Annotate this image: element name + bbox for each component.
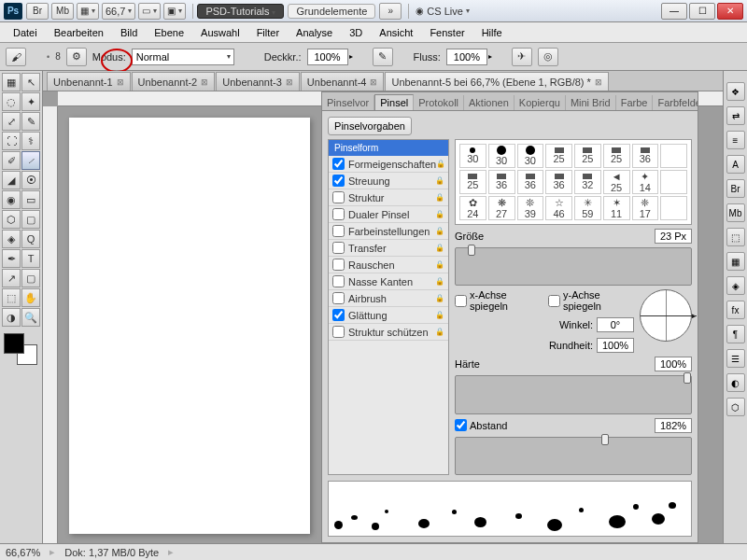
panel-tab-farbfelde[interactable]: Farbfelde [653,95,698,110]
doctab[interactable]: Unbenannt-5 bei 66,7% (Ebene 1, RGB/8) *… [385,72,608,91]
attr-item[interactable]: Formeigenschaften🔒 [329,156,448,173]
canvas-viewport[interactable]: PinselvorPinselProtokollAktionenKopierqu… [43,91,723,543]
fg-bg-colors[interactable] [2,331,39,367]
doctab[interactable]: Unbenannt-4⊠ [301,72,385,91]
size-input[interactable]: 23 Px [655,229,692,244]
dock-icon[interactable]: ⇄ [726,106,745,125]
lock-icon[interactable]: 🔒 [436,160,445,169]
cs-live-btn[interactable]: ◉ CS Live [413,3,472,20]
lock-icon[interactable]: 🔒 [435,260,444,270]
close-icon[interactable]: ⊠ [370,77,377,87]
lock-icon[interactable]: 🔒 [435,193,444,203]
brush-thumb[interactable]: ✦14 [632,170,659,194]
panel-tab-protokoll[interactable]: Protokoll [414,95,464,110]
tool-6[interactable]: ⛶ [2,132,21,150]
brush-thumb[interactable]: 25 [545,144,572,168]
brush-thumb[interactable]: 32 [574,170,601,194]
dock-icon[interactable]: fx [726,301,745,319]
brush-thumb[interactable] [660,196,687,220]
dock-icon[interactable]: ¶ [726,325,745,343]
size-slider[interactable] [455,247,692,286]
workspace-psdtutorials[interactable]: PSD-Tutorials [197,4,284,19]
tool-7[interactable]: ⚕ [21,132,40,150]
menu-ansicht[interactable]: Ansicht [372,25,420,40]
tool-4[interactable]: ⤢ [2,112,21,131]
tool-22[interactable]: ⬚ [2,288,21,307]
brush-thumb[interactable]: ❈17 [632,196,659,220]
tool-19[interactable]: T [21,249,40,268]
attr-item[interactable]: Rauschen🔒 [329,257,448,273]
brush-thumb[interactable]: ☆46 [545,196,572,220]
attr-checkbox[interactable] [332,259,345,271]
lock-icon[interactable]: 🔒 [435,227,444,236]
menu-ebene[interactable]: Ebene [147,25,191,40]
attr-checkbox[interactable] [332,225,345,237]
panel-tab-pinsel[interactable]: Pinsel [374,94,414,110]
brush-thumb[interactable]: ❊39 [517,196,544,220]
menu-fenster[interactable]: Fenster [422,25,472,40]
close-icon[interactable]: ⊠ [286,77,293,87]
tool-5[interactable]: ✎ [21,112,40,131]
zoom-dropdown[interactable]: 66,7 [102,3,135,20]
brush-panel-toggle[interactable]: ⚙ [66,48,87,66]
lock-icon[interactable]: 🔒 [435,176,444,186]
spacing-slider[interactable] [455,437,692,475]
tool-23[interactable]: ✋ [21,288,40,307]
brush-thumb[interactable]: ✶11 [603,196,630,220]
brush-tool-icon[interactable]: 🖌 [6,48,26,66]
brush-thumb[interactable]: 36 [488,170,515,194]
airbrush-icon[interactable]: ✈ [512,48,532,66]
brush-presets-btn[interactable]: Pinselvorgaben [328,117,412,135]
attr-item[interactable]: Struktur🔒 [329,189,448,206]
spacing-checkbox[interactable]: Abstand [455,419,507,431]
brush-thumb[interactable]: ❋27 [488,196,515,220]
menu-auswahl[interactable]: Auswahl [193,25,247,40]
menu-analyse[interactable]: Analyse [289,25,340,40]
menu-bild[interactable]: Bild [113,25,145,40]
brush-thumb[interactable]: 25 [603,144,630,168]
roundness-input[interactable]: 100% [597,338,634,353]
tool-11[interactable]: ⦿ [21,171,40,189]
tool-2[interactable]: ◌ [2,92,21,111]
brush-thumb[interactable]: 30 [459,144,486,168]
dock-icon[interactable]: ◐ [726,373,745,392]
spacing-input[interactable]: 182% [655,418,692,433]
dock-icon[interactable]: ⬚ [726,228,745,246]
close-icon[interactable]: ⊠ [595,77,602,87]
attr-item[interactable]: Farbeinstellungen🔒 [329,223,448,240]
lock-icon[interactable]: 🔒 [435,328,444,337]
screen-mode-btn[interactable]: ▣ [163,3,186,20]
dock-icon[interactable]: ◈ [726,276,745,295]
brush-thumb[interactable]: ✿24 [459,196,486,220]
close-btn[interactable]: ✕ [717,3,743,20]
brush-thumb[interactable]: 30 [488,144,515,168]
attr-item[interactable]: Streuung🔒 [329,173,448,189]
view-extras-btn[interactable]: ▦ [77,3,99,20]
panel-tab-kopierqu[interactable]: Kopierqu [514,95,566,110]
dock-icon[interactable]: ≡ [726,131,745,149]
tool-9[interactable]: ⟋ [21,151,40,170]
tool-20[interactable]: ↗ [2,269,21,287]
angle-input[interactable]: 0° [597,317,634,332]
flip-y-checkbox[interactable]: y-Achse spiegeln [548,289,634,312]
dock-icon[interactable]: ▦ [726,252,745,271]
arrange-btn[interactable]: ▭ [138,3,161,20]
attr-item[interactable]: Transfer🔒 [329,240,448,257]
panel-tab-aktionen[interactable]: Aktionen [464,95,514,110]
dock-icon[interactable]: A [726,155,745,174]
attr-item[interactable]: Struktur schützen🔒 [329,324,448,341]
tool-21[interactable]: ▢ [21,269,40,287]
tool-12[interactable]: ◉ [2,190,21,209]
tool-18[interactable]: ✒ [2,249,21,268]
menu-bearbeiten[interactable]: Bearbeiten [47,25,111,40]
dock-icon[interactable]: Br [726,179,745,198]
tool-1[interactable]: ↖ [21,73,40,91]
tool-14[interactable]: ⬡ [2,210,21,229]
tablet-size-icon[interactable]: ◎ [538,48,558,66]
dock-icon[interactable]: ⬡ [726,398,745,416]
brush-thumb[interactable]: 36 [632,144,659,168]
panel-tab-farbe[interactable]: Farbe [616,95,654,110]
menu-3d[interactable]: 3D [342,25,370,40]
canvas[interactable] [69,118,310,534]
minimize-btn[interactable]: — [661,3,687,20]
